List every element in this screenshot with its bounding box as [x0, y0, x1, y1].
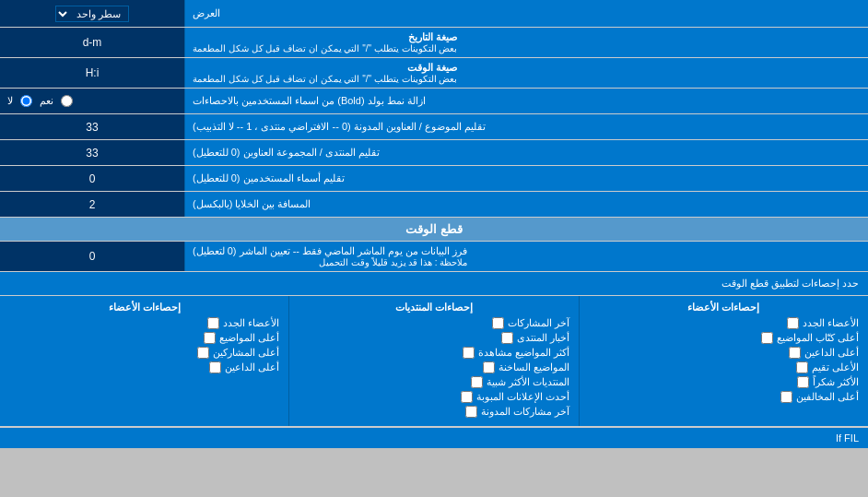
date-format-input-wrapper: [0, 28, 184, 57]
checkbox-top-rated[interactable]: [796, 361, 808, 373]
checkbox-col3-top-posters[interactable]: [197, 347, 209, 359]
list-item: أحدث الإعلانات المبوبة: [299, 391, 569, 403]
checkbox-popular-forums[interactable]: [471, 376, 483, 388]
section-title: العرض: [184, 0, 868, 27]
checkbox-col-2: إحصاءات المنتديات آخر المشاركات أخبار ال…: [288, 296, 578, 426]
list-item: أعلى المواضيع: [9, 332, 279, 344]
main-container: العرض سطر واحد سطرين ثلاثة أسطر صيغة الت…: [0, 0, 868, 448]
checkbox-col3-top-topics[interactable]: [204, 332, 216, 344]
space-cells-row: المسافة بين الخلايا (بالبكسل): [0, 192, 868, 218]
list-item: الأعلى تقيم: [589, 361, 859, 373]
if-fil-text: If FIL: [836, 432, 859, 444]
space-cells-label: المسافة بين الخلايا (بالبكسل): [184, 192, 868, 217]
subject-address-label: تقليم الموضوع / العناوين المدونة (0 -- ا…: [184, 114, 868, 139]
list-item: أعلى المشاركين: [9, 347, 279, 359]
time-format-input-wrapper: [0, 58, 184, 88]
checkbox-latest-classifieds[interactable]: [461, 391, 473, 403]
forum-address-row: تقليم المنتدى / المجموعة العناوين (0 للت…: [0, 140, 868, 166]
bold-radio-wrapper: نعم لا: [0, 89, 184, 113]
col3-header: إحصاءات الأعضاء: [9, 302, 279, 314]
col1-header: إحصاءات الأعضاء: [589, 302, 859, 314]
checkbox-col3-new[interactable]: [207, 317, 219, 329]
if-fil-row: If FIL: [0, 427, 868, 448]
checkbox-top-inviters[interactable]: [789, 347, 801, 359]
subject-address-input-wrapper: [0, 114, 184, 139]
forum-address-input[interactable]: [4, 147, 181, 160]
time-cut-input-wrapper: [0, 242, 184, 271]
bold-usernames-label: ازالة نمط بولد (Bold) من اسماء المستخدمي…: [184, 89, 868, 113]
checkbox-col-3: إحصاءات الأعضاء الأعضاء الجدد أعلى الموا…: [0, 296, 288, 426]
list-item: أعلى الداعين: [589, 347, 859, 359]
list-item: أعلى كتّاب المواضيع: [589, 332, 859, 344]
time-format-input[interactable]: [4, 66, 181, 79]
usernames-trim-row: تقليم أسماء المستخدمين (0 للتعطيل): [0, 166, 868, 192]
date-format-input[interactable]: [4, 36, 181, 49]
display-mode-select[interactable]: سطر واحد سطرين ثلاثة أسطر: [55, 6, 129, 22]
time-cut-input[interactable]: [4, 250, 181, 263]
list-item: الأعضاء الجدد: [589, 317, 859, 329]
bold-no-radio[interactable]: [20, 95, 32, 107]
list-item: أعلى الداعين: [9, 361, 279, 373]
bold-yes-radio[interactable]: [61, 95, 73, 107]
list-item: أعلى المخالفين: [589, 391, 859, 403]
subject-address-row: تقليم الموضوع / العناوين المدونة (0 -- ا…: [0, 114, 868, 140]
bold-no-label: لا: [7, 95, 13, 107]
list-item: آخر المشاركات: [299, 317, 569, 329]
subject-address-input[interactable]: [4, 121, 181, 134]
list-item: الأعضاء الجدد: [9, 317, 279, 329]
space-cells-input-wrapper: [0, 192, 184, 217]
forum-address-label: تقليم المنتدى / المجموعة العناوين (0 للت…: [184, 140, 868, 165]
forum-address-input-wrapper: [0, 140, 184, 165]
time-cut-label: فرز البيانات من يوم الماشر الماضي فقط --…: [184, 242, 868, 271]
time-cut-header: قطع الوقت: [0, 218, 868, 242]
usernames-trim-label: تقليم أسماء المستخدمين (0 للتعطيل): [184, 166, 868, 191]
checkbox-forum-news[interactable]: [501, 332, 513, 344]
time-format-row: صيغة الوقت بعض التكوينات يتطلب "/" التي …: [0, 58, 868, 89]
display-mode-wrapper: سطر واحد سطرين ثلاثة أسطر: [0, 0, 184, 27]
checkbox-last-posts[interactable]: [492, 317, 504, 329]
col2-header: إحصاءات المنتديات: [299, 302, 569, 314]
list-item: الأكثر شكراً: [589, 376, 859, 388]
list-item: آخر مشاركات المدونة: [299, 406, 569, 418]
bold-usernames-row: ازالة نمط بولد (Bold) من اسماء المستخدمي…: [0, 89, 868, 114]
date-format-label: صيغة التاريخ بعض التكوينات يتطلب "/" الت…: [184, 28, 868, 57]
checkbox-col3-top-inviters[interactable]: [209, 361, 221, 373]
checkbox-col-1: إحصاءات الأعضاء الأعضاء الجدد أعلى كتّاب…: [579, 296, 868, 426]
list-item: المواضيع الساخنة: [299, 361, 569, 373]
checkbox-blog-posts[interactable]: [465, 406, 477, 418]
checkbox-hot-topics[interactable]: [483, 361, 495, 373]
space-cells-input[interactable]: [4, 198, 181, 211]
checkbox-top-violators[interactable]: [780, 391, 792, 403]
checkbox-most-viewed[interactable]: [463, 347, 475, 359]
usernames-trim-input-wrapper: [0, 166, 184, 191]
time-format-label: صيغة الوقت بعض التكوينات يتطلب "/" التي …: [184, 58, 868, 88]
list-item: أخبار المنتدى: [299, 332, 569, 344]
checkbox-top-writers[interactable]: [761, 332, 773, 344]
checkbox-members-new[interactable]: [787, 317, 799, 329]
list-item: المنتديات الأكثر شبية: [299, 376, 569, 388]
bold-yes-label: نعم: [40, 95, 53, 107]
date-format-row: صيغة التاريخ بعض التكوينات يتطلب "/" الت…: [0, 28, 868, 58]
list-item: أكثر المواضيع مشاهدة: [299, 347, 569, 359]
checkbox-most-thanks[interactable]: [797, 376, 809, 388]
checkboxes-section: إحصاءات الأعضاء الأعضاء الجدد أعلى كتّاب…: [0, 296, 868, 427]
usernames-trim-input[interactable]: [4, 172, 181, 185]
time-cut-row: فرز البيانات من يوم الماشر الماضي فقط --…: [0, 242, 868, 272]
stats-limit-row: حدد إحصاءات لتطبيق قطع الوقت: [0, 272, 868, 296]
